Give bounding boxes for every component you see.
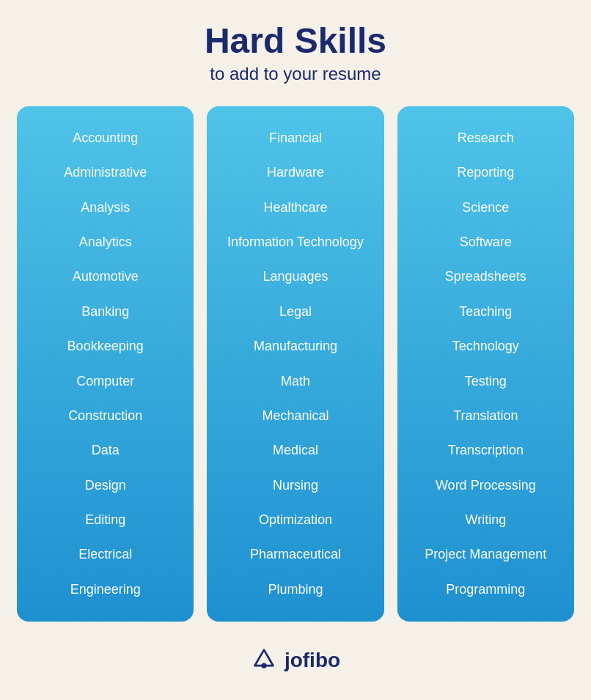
skill-item: Hardware [214, 155, 376, 190]
skill-item: Banking [24, 295, 186, 329]
skill-item: Research [405, 121, 567, 155]
skill-item: Medical [214, 433, 376, 468]
skill-item: Analysis [24, 191, 186, 225]
skill-item: Bookkeeping [24, 329, 186, 364]
skill-item: Testing [405, 364, 567, 399]
skill-item: Electrical [24, 537, 186, 572]
skill-item: Legal [214, 295, 376, 329]
skill-item: Construction [24, 399, 186, 433]
skill-item: Design [24, 468, 186, 503]
skills-column-1: AccountingAdministrativeAnalysisAnalytic… [17, 106, 194, 622]
page-header: Hard Skills to add to your resume [205, 22, 386, 84]
skill-item: Software [405, 225, 567, 259]
skill-item: Data [24, 433, 186, 468]
skill-item: Healthcare [214, 191, 376, 225]
skill-item: Math [214, 364, 376, 399]
skill-item: Science [405, 191, 567, 225]
skill-item: Information Technology [214, 225, 376, 259]
page-title: Hard Skills [205, 22, 386, 61]
skill-item: Financial [214, 121, 376, 155]
skill-item: Programming [405, 572, 567, 607]
skill-item: Nursing [214, 468, 376, 503]
skill-item: Manufacturing [214, 329, 376, 364]
page-subtitle: to add to your resume [205, 64, 386, 84]
brand-name: jofibo [285, 649, 340, 672]
skill-item: Mechanical [214, 399, 376, 433]
skill-item: Plumbing [214, 572, 376, 607]
skill-item: Technology [405, 329, 567, 364]
skill-item: Engineering [24, 572, 186, 607]
skill-item: Writing [405, 503, 567, 537]
skill-item: Teaching [405, 295, 567, 329]
skill-item: Pharmaceutical [214, 537, 376, 572]
jofibo-logo-icon [251, 647, 277, 674]
skill-item: Administrative [24, 155, 186, 190]
skill-item: Optimization [214, 503, 376, 537]
skills-column-3: ResearchReportingScienceSoftwareSpreadsh… [397, 106, 574, 622]
skill-item: Editing [24, 503, 186, 537]
skill-item: Automotive [24, 259, 186, 294]
skill-item: Analytics [24, 225, 186, 259]
skill-item: Computer [24, 364, 186, 399]
footer: jofibo [251, 647, 340, 674]
skill-item: Spreadsheets [405, 259, 567, 294]
skill-item: Languages [214, 259, 376, 294]
skill-item: Project Management [405, 537, 567, 572]
svg-point-1 [261, 663, 266, 668]
skills-column-2: FinancialHardwareHealthcareInformation T… [207, 106, 383, 622]
skill-item: Transcription [405, 433, 567, 468]
skill-item: Translation [405, 399, 567, 433]
skill-item: Reporting [405, 155, 567, 190]
skill-item: Word Processing [405, 468, 567, 503]
skills-columns: AccountingAdministrativeAnalysisAnalytic… [17, 106, 574, 622]
skill-item: Accounting [24, 121, 186, 155]
